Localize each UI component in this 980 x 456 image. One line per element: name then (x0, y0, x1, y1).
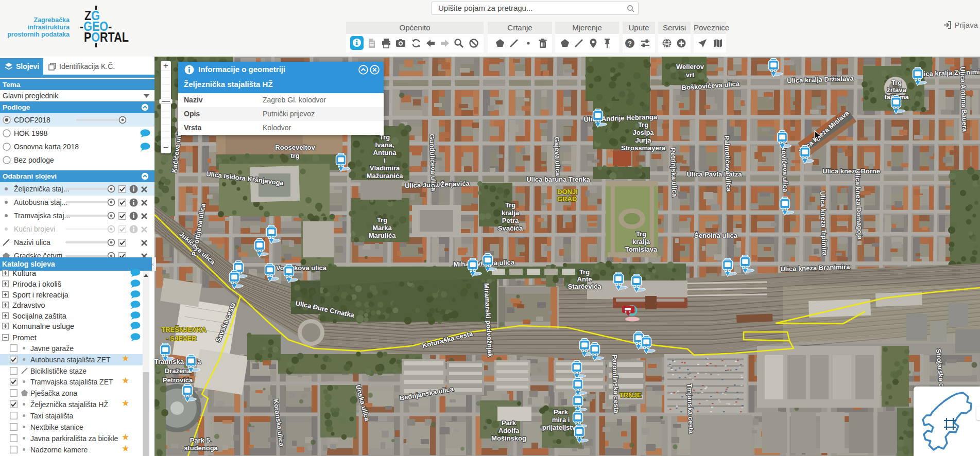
svg-text:Trg: Trg (579, 268, 590, 276)
svg-text:Svačića: Svačića (498, 224, 523, 232)
svg-text:Trg: Trg (377, 216, 387, 224)
svg-text:mira i: mira i (552, 416, 570, 424)
svg-text:Antuna: Antuna (373, 149, 397, 156)
svg-text:DONJI: DONJI (557, 188, 578, 196)
svg-text:Ulica baruna Trenka: Ulica baruna Trenka (526, 176, 590, 183)
svg-text:trg: trg (290, 152, 299, 160)
svg-text:Marka: Marka (372, 224, 392, 232)
svg-text:Starčevića: Starčevića (568, 283, 601, 290)
svg-text:Trg: Trg (636, 230, 646, 238)
svg-text:kralja: kralja (632, 238, 650, 245)
svg-text:Ulica Pavla Hatza: Ulica Pavla Hatza (687, 170, 743, 178)
svg-text:GRAD: GRAD (557, 195, 577, 203)
svg-text:Petrovića: Petrovića (163, 376, 193, 384)
svg-text:Park: Park (554, 408, 569, 416)
svg-text:?: ? (628, 40, 632, 47)
svg-text:Marulića: Marulića (369, 232, 397, 239)
svg-text:kralja: kralja (502, 209, 520, 217)
svg-text:Šenoina ulica: Šenoina ulica (694, 232, 738, 239)
svg-text:Strossmayera: Strossmayera (621, 144, 666, 152)
svg-text:Jurja: Jurja (635, 136, 651, 144)
svg-text:Gajeva ulica: Gajeva ulica (553, 137, 562, 177)
svg-text:Park: Park (502, 419, 517, 427)
svg-text:Park 5.: Park 5. (190, 436, 212, 444)
svg-text:Josipa: Josipa (632, 129, 654, 136)
svg-text:Rooseveltov: Rooseveltov (275, 144, 315, 151)
svg-text:žrtava: žrtava (887, 86, 906, 94)
svg-text:studenoga: studenoga (184, 444, 218, 452)
svg-text:Dražena: Dražena (165, 367, 191, 375)
svg-text:Ulica kneza Borne: Ulica kneza Borne (822, 167, 880, 175)
svg-text:Tomislava: Tomislava (625, 245, 658, 253)
svg-text:Adolfa: Adolfa (498, 427, 520, 434)
svg-text:Ante: Ante (577, 275, 592, 283)
svg-text:Petra: Petra (502, 217, 519, 224)
svg-text:Trg: Trg (891, 79, 902, 86)
svg-text:Mažuranića: Mažuranića (367, 172, 404, 180)
svg-text:- SJEVER: - SJEVER (166, 335, 197, 342)
svg-text:Wellerov: Wellerov (676, 63, 704, 71)
svg-text:i: i (384, 156, 386, 164)
svg-text:TRNJE: TRNJE (620, 391, 642, 399)
svg-text:Vladimira: Vladimira (370, 164, 400, 172)
svg-text:Trg: Trg (505, 201, 515, 209)
svg-text:Mošinskog: Mošinskog (491, 434, 526, 442)
svg-text:Trg: Trg (638, 121, 648, 129)
svg-text:TREŠNJEVKA: TREŠNJEVKA (161, 326, 207, 334)
svg-text:vrt: vrt (686, 71, 695, 79)
svg-text:Ivana,: Ivana, (375, 141, 394, 149)
